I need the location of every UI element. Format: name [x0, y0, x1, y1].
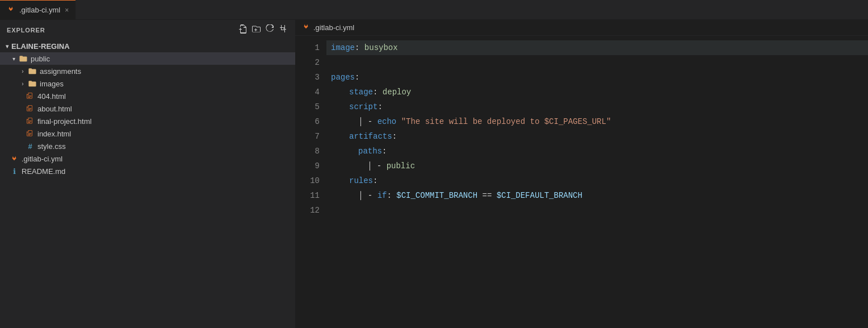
code-keyword-script: script — [349, 99, 378, 114]
line-num-8: 8 — [307, 144, 320, 159]
line-num-1: 1 — [307, 40, 320, 55]
explorer-header: EXPLORER — [0, 20, 295, 40]
public-folder-icon — [18, 55, 28, 63]
editor-breadcrumb: .gitlab-ci.yml — [295, 20, 868, 36]
code-dash-6: │ — [358, 114, 368, 129]
final-project-file-icon — [25, 118, 35, 124]
new-folder-icon[interactable] — [252, 24, 261, 35]
code-line-2 — [326, 55, 868, 70]
tab-close-button[interactable]: × — [65, 6, 69, 14]
gitlab-ci-file-icon — [9, 155, 19, 163]
main-layout: EXPLORER — [0, 20, 868, 328]
root-chevron-icon: ▾ — [2, 43, 11, 49]
code-keyword-image: image — [331, 40, 355, 55]
line-num-10: 10 — [307, 173, 320, 188]
code-line-7: artifacts: — [326, 129, 868, 144]
code-keyword-pages: pages — [331, 70, 355, 85]
tree-item-style-css[interactable]: # style.css — [0, 140, 295, 152]
code-line-8: paths: — [326, 144, 868, 159]
line-num-12: 12 — [307, 203, 320, 218]
tab-bar: .gitlab-ci.yml × — [0, 0, 868, 20]
index-file-icon — [25, 130, 35, 137]
style-css-file-icon: # — [25, 142, 35, 151]
code-keyword-paths: paths — [358, 144, 382, 159]
public-label: public — [31, 55, 50, 63]
line-num-11: 11 — [307, 188, 320, 203]
code-pipe-9: │ — [367, 159, 377, 173]
explorer-title: EXPLORER — [7, 27, 45, 34]
tree-item-final-project[interactable]: final-project.html — [0, 115, 295, 127]
tree-item-readme[interactable]: ℹ README.md — [0, 165, 295, 177]
readme-label: README.md — [22, 167, 65, 176]
line-num-3: 3 — [307, 70, 320, 85]
code-line-11: │ - if: $CI_COMMIT_BRANCH == $CI_DEFAULT… — [326, 188, 868, 203]
code-line-4: stage: deploy — [326, 85, 868, 99]
tree-root-elaine-regina[interactable]: ▾ ELAINE-REGINA — [0, 40, 295, 52]
line-num-5: 5 — [307, 99, 320, 114]
tree-item-assignments[interactable]: › assignments — [0, 65, 295, 77]
tree-item-gitlab-ci[interactable]: .gitlab-ci.yml — [0, 152, 295, 165]
code-keyword-if: if — [378, 188, 387, 203]
assignments-label: assignments — [40, 67, 81, 76]
images-folder-icon — [27, 80, 37, 88]
code-var-commit-branch: $CI_COMMIT_BRANCH — [396, 188, 477, 203]
code-keyword-stage: stage — [349, 85, 373, 99]
code-line-6: │ - echo "The site will be deployed to $… — [326, 114, 868, 129]
breadcrumb-gitlab-icon — [302, 23, 310, 32]
code-value-busybox: busybox — [364, 40, 398, 55]
breadcrumb-label: .gitlab-ci.yml — [313, 23, 354, 32]
line-num-7: 7 — [307, 129, 320, 144]
code-line-5: script: — [326, 99, 868, 114]
refresh-icon[interactable] — [266, 24, 275, 35]
index-label: index.html — [37, 130, 71, 138]
about-file-icon — [25, 105, 35, 112]
sidebar-actions — [238, 24, 288, 35]
gitlab-ci-label: .gitlab-ci.yml — [22, 155, 62, 163]
style-css-label: style.css — [37, 142, 66, 151]
code-var-default-branch: $CI_DEFAULT_BRANCH — [497, 188, 582, 203]
sidebar: EXPLORER — [0, 20, 295, 328]
images-chevron-icon: › — [18, 81, 27, 87]
line-num-4: 4 — [307, 85, 320, 99]
explorer-tree: ▾ ELAINE-REGINA ▾ public › assignments — [0, 40, 295, 328]
assignments-folder-icon — [27, 67, 37, 75]
code-keyword-artifacts: artifacts — [349, 129, 392, 144]
root-label: ELAINE-REGINA — [11, 42, 70, 51]
line-num-6: 6 — [307, 114, 320, 129]
code-line-3: pages: — [326, 70, 868, 85]
editor-area: .gitlab-ci.yml 1 2 3 4 5 6 7 8 9 10 11 1… — [295, 20, 868, 328]
code-echo: echo — [378, 114, 397, 129]
code-pipe-11: │ — [358, 188, 368, 203]
tree-item-404[interactable]: 404.html — [0, 90, 295, 102]
code-line-12 — [326, 203, 868, 218]
assignments-chevron-icon: › — [18, 68, 27, 74]
tab-label: .gitlab-ci.yml — [19, 6, 60, 14]
code-string-6: "The site will be deployed to $CI_PAGES_… — [401, 114, 611, 129]
code-content[interactable]: image: busybox pages: stage: deploy scri… — [326, 36, 868, 328]
about-label: about.html — [37, 105, 72, 113]
code-line-9: │ - public — [326, 159, 868, 173]
code-line-1: image: busybox — [326, 40, 868, 55]
gitlab-tab-icon — [7, 5, 15, 15]
final-project-label: final-project.html — [37, 117, 91, 126]
images-label: images — [40, 80, 64, 88]
code-line-10: rules: — [326, 173, 868, 188]
readme-file-icon: ℹ — [9, 167, 19, 176]
code-keyword-rules: rules — [349, 173, 373, 188]
tree-item-images[interactable]: › images — [0, 77, 295, 90]
code-value-public: public — [387, 159, 415, 173]
line-num-9: 9 — [307, 159, 320, 173]
tree-item-about[interactable]: about.html — [0, 102, 295, 115]
404-file-icon — [25, 93, 35, 99]
new-file-icon[interactable] — [238, 24, 248, 35]
line-num-2: 2 — [307, 55, 320, 70]
tree-item-index[interactable]: index.html — [0, 127, 295, 140]
public-chevron-icon: ▾ — [9, 56, 18, 62]
collapse-icon[interactable] — [279, 24, 288, 35]
tree-item-public[interactable]: ▾ public — [0, 52, 295, 65]
404-label: 404.html — [37, 92, 66, 101]
tab-gitlab-ci[interactable]: .gitlab-ci.yml × — [0, 0, 76, 20]
code-area: 1 2 3 4 5 6 7 8 9 10 11 12 image: busybo… — [295, 36, 868, 328]
line-numbers: 1 2 3 4 5 6 7 8 9 10 11 12 — [295, 36, 326, 328]
code-value-deploy: deploy — [383, 85, 411, 99]
